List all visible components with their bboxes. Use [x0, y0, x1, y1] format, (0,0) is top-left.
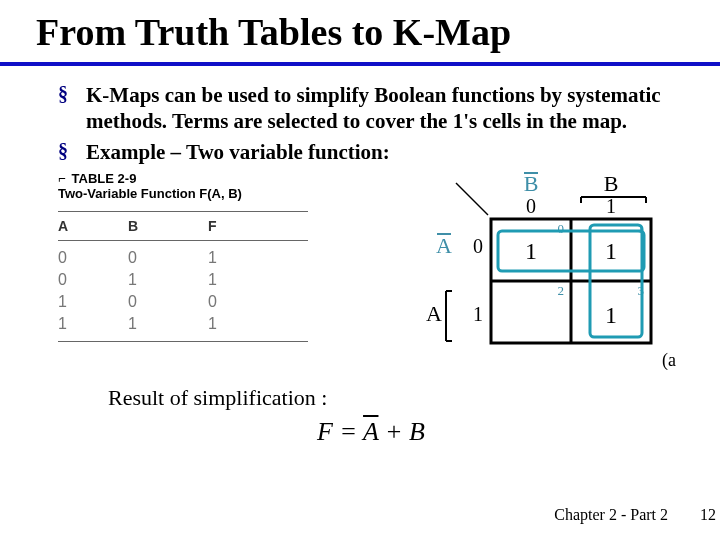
kmap-val-01: 1	[605, 238, 617, 264]
kmap-row-1: 1	[473, 303, 483, 325]
cell: 1	[128, 315, 208, 333]
slide-body: K-Maps can be used to simplify Boolean f…	[0, 82, 720, 447]
cell: 1	[58, 293, 128, 311]
kmap-col-1: 1	[606, 195, 616, 217]
cell: 1	[208, 315, 268, 333]
cell: 0	[128, 249, 208, 267]
kmap-idx-2: 2	[558, 283, 565, 298]
bullet-list: K-Maps can be used to simplify Boolean f…	[58, 82, 684, 165]
page-title: From Truth Tables to K-Map	[0, 0, 720, 54]
figures-row: ⌐ TABLE 2-9 Two-Variable Function F(A, B…	[58, 171, 684, 371]
kmap-col-0: 0	[526, 195, 536, 217]
footer: Chapter 2 - Part 2	[554, 506, 696, 524]
table-row: 0 1 1	[58, 269, 308, 291]
col-F: F	[208, 218, 268, 234]
kmap-row-0: 0	[473, 235, 483, 257]
svg-line-0	[456, 183, 488, 215]
col-B: B	[128, 218, 208, 234]
result-label: Result of simplification :	[58, 385, 684, 411]
kmap-row-A: A	[426, 301, 442, 326]
formula-plus: +	[378, 417, 409, 446]
cell: 0	[58, 271, 128, 289]
footer-chapter: Chapter 2 - Part 2	[554, 506, 668, 523]
table-body: 0 0 1 0 1 1 1 0 0 1	[58, 241, 308, 342]
kmap-val-11: 1	[605, 302, 617, 328]
bullet-1: K-Maps can be used to simplify Boolean f…	[58, 82, 684, 135]
kmap-val-00: 1	[525, 238, 537, 264]
table-caption: Two-Variable Function F(A, B)	[58, 186, 308, 201]
kmap-idx-0: 0	[558, 221, 565, 236]
table-row: 0 0 1	[58, 247, 308, 269]
formula-lhs: F	[317, 417, 333, 446]
kmap-figure: B B 0 1 A A 0	[396, 171, 676, 371]
cell: 0	[58, 249, 128, 267]
kmap-svg: B B 0 1 A A 0	[396, 171, 676, 371]
bullet-2: Example – Two variable function:	[58, 139, 684, 165]
cell: 0	[208, 293, 268, 311]
table-row: 1 0 0	[58, 291, 308, 313]
page-number: 12	[700, 506, 716, 524]
col-A: A	[58, 218, 128, 234]
result-formula: F = A + B	[58, 417, 684, 447]
table-caption-id: TABLE 2-9	[72, 171, 137, 186]
title-rule	[0, 62, 720, 66]
formula-b: B	[409, 417, 425, 446]
kmap-col-B: B	[604, 171, 619, 196]
cell: 1	[208, 271, 268, 289]
kmap-col-Bbar: B	[524, 171, 539, 196]
cell: 1	[58, 315, 128, 333]
kmap-subcaption: (a)	[662, 350, 676, 371]
cell: 1	[128, 271, 208, 289]
table-caption-label: ⌐ TABLE 2-9	[58, 171, 308, 186]
table-header: A B F	[58, 211, 308, 241]
kmap-row-Abar: A	[436, 233, 452, 258]
slide: From Truth Tables to K-Map K-Maps can be…	[0, 0, 720, 540]
cell: 0	[128, 293, 208, 311]
formula-eq: =	[333, 417, 363, 446]
table-caption-marker: ⌐	[58, 171, 66, 186]
table-row: 1 1 1	[58, 313, 308, 335]
cell: 1	[208, 249, 268, 267]
formula-abar: A	[363, 417, 378, 446]
truth-table-figure: ⌐ TABLE 2-9 Two-Variable Function F(A, B…	[58, 171, 308, 371]
